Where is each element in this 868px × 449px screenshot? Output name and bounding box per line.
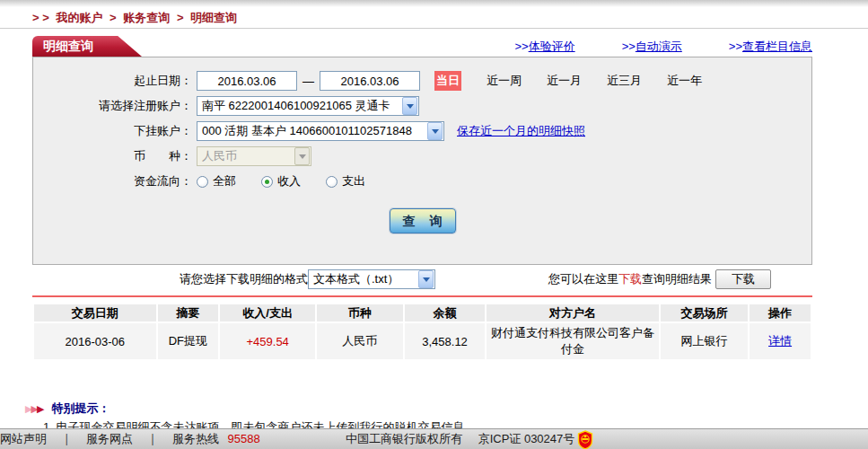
cell-balance: 3,458.12: [405, 323, 486, 359]
red-separator: [32, 295, 812, 297]
register-account-select[interactable]: 南平 6222001406100921065 灵通卡: [197, 96, 419, 116]
col-action: 操作: [750, 304, 811, 321]
fund-flow-row: 资金流向： 全部 收入 支出: [33, 169, 811, 194]
query-form-panel: 起止日期： — 当日 近一周 近一月 近三月 近一年 请选择注册账户： 南平 6…: [32, 57, 812, 265]
download-hint: 您可以在这里下载查询明细结果: [548, 271, 712, 287]
radio-all[interactable]: 全部: [197, 173, 236, 189]
date-range-row: 起止日期： — 当日 近一周 近一月 近三月 近一年: [33, 68, 811, 93]
link-view-column-info[interactable]: >>查看栏目信息: [729, 39, 812, 55]
date-range-label: 起止日期：: [33, 73, 192, 89]
col-summary: 摘要: [158, 304, 219, 321]
col-counterparty: 对方户名: [487, 304, 658, 321]
fund-flow-label: 资金流向：: [33, 173, 192, 189]
download-hint-emphasis: 下载: [618, 272, 642, 286]
footer-icp: 京ICP证 030247号: [478, 432, 575, 445]
radio-circle-icon[interactable]: [326, 176, 338, 188]
register-account-row: 请选择注册账户： 南平 6222001406100921065 灵通卡: [33, 93, 811, 119]
register-account-label: 请选择注册账户：: [33, 98, 192, 114]
quick-range-year[interactable]: 近一年: [667, 73, 702, 89]
fund-flow-options: 全部 收入 支出: [197, 173, 390, 189]
table-header-row: 交易日期 摘要 收入/支出 币种 余额 对方户名 交易场所 操作: [34, 304, 811, 321]
radio-circle-icon[interactable]: [197, 176, 208, 188]
quick-range-week[interactable]: 近一周: [487, 73, 522, 89]
download-row: 请您选择下载明细的格式 文本格式（.txt） 您可以在这里下载查询明细结果 下载: [32, 267, 812, 292]
cell-summary: DF提现: [158, 323, 219, 359]
breadcrumb-prefix: > >: [32, 11, 49, 24]
link-auto-demo[interactable]: >>自动演示: [622, 39, 682, 55]
radio-expense[interactable]: 支出: [326, 173, 365, 189]
chevron-down-icon: [427, 122, 443, 140]
notice-title: 特别提示：: [51, 401, 110, 417]
breadcrumb-detail-query[interactable]: 明细查询: [190, 11, 237, 24]
radio-circle-icon[interactable]: [261, 176, 273, 188]
cell-counterparty: 财付通支付科技有限公司客户备付金: [487, 323, 658, 359]
footer-hotline-label: 服务热线: [172, 432, 219, 445]
currency-select-disabled: 人民币: [197, 146, 311, 166]
save-snapshot-link[interactable]: 保存近一个月的明细快照: [457, 123, 585, 139]
cell-amount: +459.54: [220, 323, 315, 359]
link-experience-rating[interactable]: >>体验评价: [514, 39, 574, 55]
cell-action: 详情: [750, 323, 811, 359]
footer-service-outlets-link[interactable]: 服务网点: [86, 432, 133, 445]
footer-hotline-number: 95588: [228, 432, 260, 445]
detail-link[interactable]: 详情: [768, 334, 792, 348]
main-content: 明细查询 >>体验评价 >>自动演示 >>查看栏目信息 起止日期： — 当日 近…: [32, 36, 812, 436]
currency-label: 币 种：: [33, 148, 192, 164]
chevron-down-icon: [418, 270, 434, 288]
breadcrumb-account-query[interactable]: 账务查询: [123, 11, 170, 24]
query-button[interactable]: 查 询: [390, 208, 456, 233]
today-button[interactable]: 当日: [434, 71, 461, 91]
tab-row: 明细查询 >>体验评价 >>自动演示 >>查看栏目信息: [32, 36, 812, 57]
date-range-dash: —: [302, 75, 314, 88]
tab-detail-query[interactable]: 明细查询: [32, 36, 142, 57]
breadcrumb-my-account[interactable]: 我的账户: [56, 11, 102, 24]
header-links: >>体验评价 >>自动演示 >>查看栏目信息: [514, 39, 812, 55]
date-to-input[interactable]: [320, 71, 420, 91]
download-format-label: 请您选择下载明细的格式: [180, 271, 308, 287]
col-date: 交易日期: [34, 304, 156, 321]
transaction-table: 交易日期 摘要 收入/支出 币种 余额 对方户名 交易场所 操作 2016-03…: [32, 303, 812, 361]
col-channel: 交易场所: [661, 304, 749, 321]
radio-income[interactable]: 收入: [261, 173, 301, 189]
col-amount: 收入/支出: [220, 304, 315, 321]
sub-account-select[interactable]: 000 活期 基本户 1406600101102571848: [197, 121, 444, 141]
cell-date: 2016-03-06: [34, 323, 156, 359]
footer-copyright: 中国工商银行版权所有: [346, 432, 462, 445]
breadcrumb-separator: >: [110, 11, 117, 24]
sub-account-row: 下挂账户： 000 活期 基本户 1406600101102571848 保存近…: [33, 119, 811, 144]
breadcrumb-separator: >: [177, 11, 184, 24]
police-shield-badge-icon[interactable]: [577, 430, 593, 449]
download-button[interactable]: 下载: [715, 269, 771, 289]
col-currency: 币种: [317, 304, 403, 321]
col-balance: 余额: [405, 304, 486, 321]
footer: 网站声明 ｜ 服务网点 ｜ 服务热线 95588 中国工商银行版权所有 京ICP…: [0, 428, 868, 449]
query-button-row: 查 询: [33, 208, 811, 233]
sub-account-label: 下挂账户：: [33, 123, 192, 139]
breadcrumb-divider: [0, 28, 868, 29]
triple-arrow-icon: ▶▶▶: [25, 403, 42, 415]
cell-currency: 人民币: [317, 323, 403, 359]
currency-row: 币 种： 人民币: [33, 144, 811, 169]
quick-range-quarter[interactable]: 近三月: [607, 73, 642, 89]
download-format-select[interactable]: 文本格式（.txt）: [308, 269, 435, 289]
footer-site-statement-link[interactable]: 网站声明: [0, 432, 47, 445]
cell-channel: 网上银行: [661, 323, 749, 359]
breadcrumb: > > 我的账户 > 账务查询 > 明细查询: [32, 10, 241, 26]
page-top-gradient: [0, 0, 868, 7]
quick-range-month[interactable]: 近一月: [547, 73, 582, 89]
chevron-down-icon: [402, 97, 417, 115]
date-from-input[interactable]: [197, 71, 297, 91]
table-row: 2016-03-06 DF提现 +459.54 人民币 3,458.12 财付通…: [34, 323, 811, 359]
chevron-down-icon: [294, 147, 310, 165]
